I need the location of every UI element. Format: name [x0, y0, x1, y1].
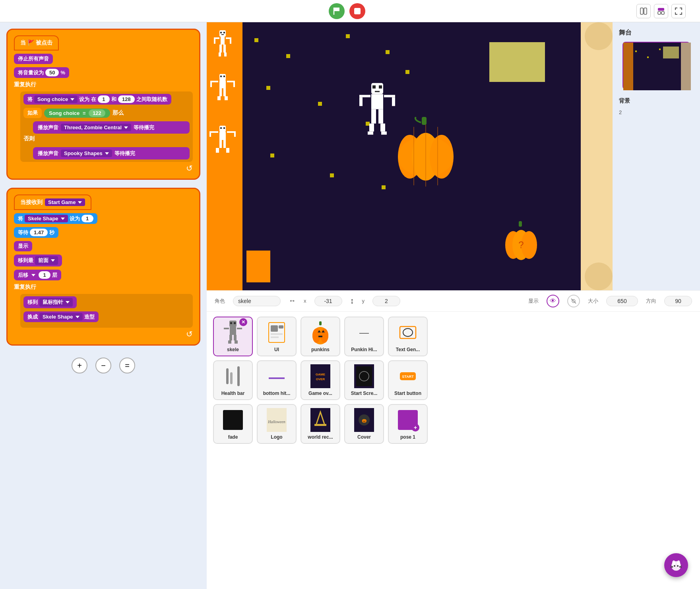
health-bar-icon — [223, 364, 243, 388]
random-max[interactable]: 128 — [118, 95, 135, 103]
start-game-dropdown[interactable]: Start Game — [45, 198, 85, 206]
show-block[interactable]: 显示 — [14, 241, 32, 251]
set-random-row: 将 Song choice 设为 在 1 和 128 之间取随机数 — [23, 94, 190, 105]
stop-sounds-block[interactable]: 停止所有声音 — [14, 54, 53, 64]
fit-button[interactable]: = — [119, 358, 135, 373]
sprite-card-ui[interactable]: UI — [257, 317, 297, 356]
skeleton-2 — [209, 74, 237, 109]
fullscreen-button[interactable] — [671, 4, 686, 18]
costume-block[interactable]: 换成 Skele Shape 造型 — [23, 311, 99, 322]
hide-eye-button[interactable] — [567, 295, 580, 307]
when-receive-hat[interactable]: 当接收到 Start Game — [14, 194, 91, 210]
sprite-card-game-over[interactable]: GAME OVER Game ov... — [301, 360, 340, 400]
view-mode-1-button[interactable] — [636, 4, 651, 18]
svg-point-127 — [674, 565, 675, 567]
svg-rect-66 — [381, 132, 387, 135]
skele-shape-dropdown[interactable]: Skele Shape — [25, 215, 68, 222]
sprite-card-start-scr[interactable]: Start Scre... — [344, 360, 384, 400]
random-min[interactable]: 1 — [98, 95, 110, 103]
move-cursor-block-inner[interactable]: 移到 鼠标指针 — [23, 296, 77, 308]
svg-rect-74 — [681, 43, 691, 90]
sprite-name-bottom-hit: bottom hit... — [263, 391, 291, 396]
skeleton-1 — [211, 30, 235, 66]
sprite-info-bar: 角色 ↔ x ↕ y 显示 👁 大小 方向 — [207, 290, 700, 312]
play-sound-2-block[interactable]: 播放声音 Spooky Shapes 等待播完 — [33, 147, 190, 159]
size-input[interactable] — [606, 296, 638, 306]
set-skele-block[interactable]: 将 Skele Shape 设为 1 — [14, 213, 97, 224]
sprite-name-input[interactable] — [233, 296, 281, 306]
when-flag-clicked-hat[interactable]: 当 🚩 被点击 — [14, 35, 59, 51]
if-pre: 如果 — [27, 110, 38, 116]
sprite-card-world-rec[interactable]: world rec... — [301, 404, 340, 444]
svg-rect-22 — [223, 76, 225, 77]
left-column — [207, 22, 242, 290]
back-val[interactable]: 1 — [39, 271, 50, 279]
svg-rect-38 — [209, 131, 211, 137]
back-layer-row: 后移 1 层 — [14, 270, 193, 280]
svg-rect-25 — [227, 81, 235, 82]
wait-val[interactable]: 1.47 — [30, 229, 48, 236]
y-input[interactable] — [372, 296, 400, 306]
svg-rect-23 — [219, 80, 226, 88]
sprite-card-cover[interactable]: 🎃 Cover — [344, 404, 384, 444]
volume-value[interactable]: 50 — [45, 69, 59, 76]
set-volume-block[interactable]: 将音量设为 50 % — [14, 67, 69, 78]
svg-rect-40 — [219, 140, 222, 148]
sprite-img-fade — [221, 408, 245, 432]
stop-sounds-label: 停止所有声音 — [18, 55, 49, 62]
delete-badge-skele[interactable]: ✕ — [239, 318, 247, 326]
front-block[interactable]: 移到最 前面 — [14, 255, 62, 266]
if-post: 那么 — [112, 109, 124, 117]
view-mode-2-button[interactable] — [654, 4, 668, 18]
sound-1-dropdown[interactable]: Threed, Zombie Central — [61, 124, 131, 131]
sprite-card-bottom-hit[interactable]: bottom hit... — [257, 360, 297, 400]
xy-arrow-icon: ↔ — [289, 297, 296, 305]
svg-rect-18 — [219, 52, 221, 56]
sprite-card-start-btn[interactable]: START Start button — [388, 360, 428, 400]
set-var-block[interactable]: 将 Song choice 设为 在 1 和 128 之间取随机数 — [23, 94, 171, 105]
sprite-card-text-gen[interactable]: Text Gen... — [388, 317, 428, 356]
sprite-card-pose[interactable]: + pose 1 — [388, 404, 428, 444]
zoom-controls: + − = — [6, 358, 200, 373]
set-post: 之间取随机数 — [136, 96, 167, 103]
stop-icon — [354, 8, 361, 14]
play-sound-1-block[interactable]: 播放声音 Threed, Zombie Central 等待播完 — [33, 121, 190, 134]
svg-rect-53 — [372, 86, 376, 89]
sprite-card-punkin-hi[interactable]: — Punkin Hi... — [344, 317, 384, 356]
sprite-card-health-bar[interactable]: Health bar — [213, 360, 253, 400]
sound-2-dropdown[interactable]: Spooky Shapes — [61, 150, 112, 157]
sprite-list: ✕ s — [207, 312, 700, 589]
svg-rect-6 — [661, 12, 664, 14]
song-choice-dropdown-1[interactable]: Song choice — [34, 95, 78, 103]
zoom-out-button[interactable]: − — [95, 358, 111, 373]
if-var-label: Song choice — [49, 110, 80, 116]
stage-thumbnail[interactable] — [622, 42, 690, 89]
x-input[interactable] — [314, 296, 342, 306]
green-flag-button[interactable] — [329, 3, 345, 19]
costume-dropdown[interactable]: Skele Shape — [39, 313, 83, 321]
skeleton-figure-2 — [209, 74, 237, 106]
cursor-dropdown[interactable]: 鼠标指针 — [39, 298, 73, 307]
play2-pre: 播放声音 — [38, 150, 58, 157]
if-block[interactable]: 如果 — [23, 108, 42, 118]
dir-input[interactable] — [664, 296, 692, 306]
if-condition[interactable]: Song choice = 122 — [44, 109, 110, 118]
skele-val[interactable]: 1 — [81, 215, 93, 222]
add-sprite-button[interactable] — [664, 553, 688, 577]
stop-button[interactable] — [349, 3, 365, 19]
front-dropdown[interactable]: 前面 — [35, 256, 58, 265]
zoom-in-button[interactable]: + — [72, 358, 87, 373]
sprite-card-logo[interactable]: Halloween Logo — [257, 404, 297, 444]
logo-icon: Halloween — [267, 408, 287, 432]
sprite-card-punkins[interactable]: punkins — [301, 317, 340, 356]
sprite-card-fade[interactable]: fade — [213, 404, 253, 444]
svg-point-128 — [677, 565, 679, 567]
back-block[interactable]: 后移 1 层 — [14, 270, 61, 280]
wait-block[interactable]: 等待 1.47 秒 — [14, 227, 58, 238]
svg-rect-33 — [220, 127, 222, 129]
svg-rect-88 — [234, 335, 237, 340]
vol-post-label: % — [60, 70, 65, 76]
sprite-card-skele[interactable]: ✕ s — [213, 317, 253, 356]
show-eye-button[interactable]: 👁 — [547, 295, 559, 307]
if-val-input[interactable]: 122 — [89, 109, 105, 117]
